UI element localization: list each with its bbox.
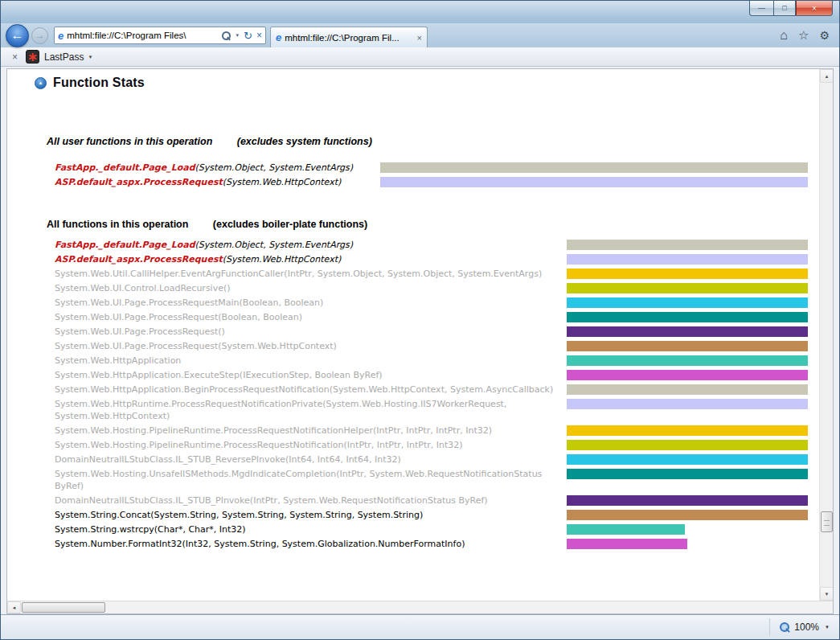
function-rows: FastApp._default.Page_Load(System.Object…: [55, 239, 808, 550]
horizontal-scrollbar[interactable]: ◄: [6, 601, 834, 614]
function-label: System.Web.UI.Page.ProcessRequest(Boolea…: [55, 311, 567, 323]
title-bar[interactable]: — □ ×: [1, 1, 839, 23]
address-url[interactable]: mhtml:file://C:\Program Files\: [67, 31, 222, 40]
favorites-star-icon[interactable]: ☆: [798, 28, 809, 43]
ie-page-icon: e: [58, 30, 64, 42]
tab-close-icon[interactable]: ×: [417, 33, 422, 43]
function-row: System.Web.HttpRuntime.ProcessRequestNot…: [55, 398, 808, 422]
section-heading: All functions in this operation: [47, 219, 188, 230]
function-label: System.Web.HttpRuntime.ProcessRequestNot…: [55, 398, 567, 422]
function-row: System.String.Concat(System.String, Syst…: [55, 509, 808, 521]
function-name: System.Number.FormatInt32(Int32, System.…: [55, 539, 465, 549]
function-row: FastApp._default.Page_Load(System.Object…: [55, 239, 808, 251]
function-row: System.Web.UI.Page.ProcessRequest(Boolea…: [55, 311, 808, 323]
scroll-left-button[interactable]: ◄: [7, 601, 21, 613]
duration-bar: [567, 440, 808, 450]
stop-icon[interactable]: ×: [256, 30, 262, 41]
scroll-down-button[interactable]: ▼: [820, 587, 834, 601]
duration-bar: [567, 341, 808, 351]
bar-track: [567, 384, 808, 396]
duration-bar: [567, 495, 808, 506]
bar-track: [567, 425, 808, 437]
navigation-bar: ← → e mhtml:file://C:\Program Files\ ▼ ↻…: [1, 23, 839, 47]
duration-bar: [567, 524, 685, 535]
section-heading: All user functions in this operation: [47, 136, 212, 147]
vertical-scrollbar[interactable]: ▲ ▼: [819, 69, 833, 601]
function-name: System.Web.UI.Page.ProcessRequest(Boolea…: [55, 312, 302, 322]
maximize-button[interactable]: □: [773, 1, 796, 16]
bar-track: [567, 239, 808, 251]
forward-button[interactable]: →: [31, 27, 48, 44]
toolbar-close-icon[interactable]: ×: [12, 51, 18, 63]
bar-track: [567, 439, 808, 451]
duration-bar: [567, 469, 808, 479]
tab-title[interactable]: mhtml:file://C:\Program Fil...: [285, 33, 413, 43]
bar-track: [567, 453, 808, 466]
refresh-icon[interactable]: ↻: [244, 30, 252, 42]
duration-bar: [567, 297, 808, 308]
bar-track: [567, 326, 808, 338]
home-icon[interactable]: ⌂: [780, 28, 788, 43]
function-name: System.Web.UI.Control.LoadRecursive(): [55, 283, 231, 293]
bar-track: [567, 253, 808, 265]
vertical-scrollbar-thumb[interactable]: [821, 511, 833, 532]
function-label: System.String.wstrcpy(Char*, Char*, Int3…: [55, 523, 567, 535]
horizontal-scrollbar-thumb[interactable]: [22, 602, 105, 613]
function-row: System.Web.UI.Page.ProcessRequest(System…: [55, 340, 808, 352]
function-label: System.Web.Util.CalliHelper.EventArgFunc…: [55, 268, 567, 280]
toolbar-right-icons: ⌂ ☆ ⚙: [780, 23, 830, 47]
function-params: (System.Object, System.EventArgs): [195, 162, 354, 173]
lastpass-toolbar: × ∗ LastPass ▼: [1, 47, 839, 67]
section-all-functions: All functions in this operation (exclude…: [47, 216, 808, 550]
window-controls: — □ ×: [749, 1, 833, 16]
function-row: DomainNeutralILStubClass.IL_STUB_Reverse…: [55, 453, 808, 466]
minimize-button[interactable]: —: [749, 1, 773, 16]
search-icon[interactable]: [222, 31, 231, 40]
lastpass-menu[interactable]: LastPass: [44, 51, 84, 63]
address-dropdown-icon[interactable]: ▼: [235, 33, 240, 38]
collapse-section-button[interactable]: ▲: [35, 77, 47, 89]
function-name: System.Web.UI.Page.ProcessRequest(): [55, 326, 225, 337]
browser-window: — □ × ← → e mhtml:file://C:\Program File…: [0, 0, 840, 640]
duration-bar: [380, 177, 808, 187]
scroll-up-icon: ▲: [825, 74, 830, 79]
function-label: System.Web.HttpApplication.ExecuteStep(I…: [55, 369, 567, 381]
back-button[interactable]: ←: [6, 24, 29, 47]
section-user-functions: All user functions in this operation (ex…: [47, 133, 808, 188]
function-row: System.String.wstrcpy(Char*, Char*, Int3…: [55, 523, 808, 535]
function-row: System.Web.HttpApplication.BeginProcessR…: [55, 384, 808, 396]
zoom-control[interactable]: 100% ▼: [769, 618, 830, 636]
zoom-dropdown-icon[interactable]: ▼: [825, 625, 830, 630]
duration-bar: [380, 162, 808, 173]
duration-bar: [567, 254, 808, 265]
duration-bar: [567, 370, 808, 380]
bar-track: [567, 282, 808, 294]
function-row: DomainNeutralILStubClass.IL_STUB_PInvoke…: [55, 494, 808, 507]
function-label: FastApp._default.Page_Load(System.Object…: [55, 162, 380, 174]
function-label: System.String.Concat(System.String, Syst…: [55, 509, 567, 521]
forward-arrow-icon: →: [35, 30, 45, 41]
lastpass-dropdown-icon[interactable]: ▼: [88, 55, 92, 59]
bar-track: [567, 268, 808, 280]
lastpass-icon[interactable]: ∗: [26, 50, 39, 64]
function-name: System.String.wstrcpy(Char*, Char*, Int3…: [55, 524, 246, 535]
function-name: System.String.Concat(System.String, Syst…: [55, 510, 423, 520]
close-button[interactable]: ×: [796, 1, 833, 16]
address-bar[interactable]: e mhtml:file://C:\Program Files\ ▼ ↻ ×: [54, 27, 266, 44]
duration-bar: [567, 510, 808, 520]
function-params: (System.Object, System.EventArgs): [195, 240, 354, 250]
tools-gear-icon[interactable]: ⚙: [819, 29, 830, 42]
address-bar-icons: ▼ ↻ ×: [222, 30, 262, 42]
bar-track: [567, 369, 808, 381]
browser-tab[interactable]: e mhtml:file://C:\Program Fil... ×: [270, 27, 428, 47]
function-rows: FastApp._default.Page_Load(System.Object…: [55, 162, 808, 188]
function-label: ASP.default_aspx.ProcessRequest(System.W…: [55, 253, 567, 265]
scroll-down-icon: ▼: [825, 592, 830, 597]
scroll-up-button[interactable]: ▲: [820, 69, 834, 83]
bar-track: [567, 523, 808, 535]
function-row: System.Web.Util.CalliHelper.EventArgFunc…: [55, 268, 808, 280]
status-bar: 100% ▼: [1, 614, 839, 639]
function-name: System.Web.HttpApplication: [55, 355, 181, 366]
duration-bar: [567, 399, 808, 409]
bar-track: [380, 162, 808, 174]
